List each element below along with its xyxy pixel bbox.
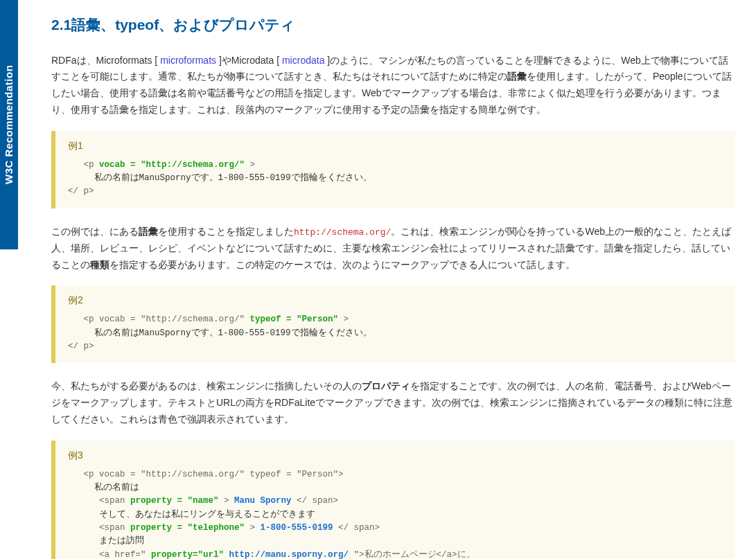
code-data: 1-800-555-0199 xyxy=(261,523,333,533)
example-1: 例1 <p vocab = "http://schema.org/" > 私の名… xyxy=(51,131,735,208)
schema-org-link[interactable]: http://schema.org/ xyxy=(294,227,391,238)
example-title: 例1 xyxy=(68,138,723,154)
example-2: 例2 <p vocab = "http://schema.org/" typeo… xyxy=(51,285,735,363)
text: RDFaは、Microformats [ xyxy=(51,55,160,66)
code-attr: property = "telephone" xyxy=(130,523,245,533)
code: </ span> xyxy=(333,523,380,533)
text: を使用することを指定しました xyxy=(158,226,294,237)
code: > xyxy=(245,523,261,533)
code: <a href=" xyxy=(68,550,151,559)
w3c-side-tab: W3C Recommendation xyxy=(0,0,18,249)
example-3: 例3 <p vocab = "http://schema.org/" typeo… xyxy=(51,441,735,559)
code xyxy=(224,550,229,559)
text: ]やMicrodata [ xyxy=(216,55,282,66)
example-title: 例2 xyxy=(68,292,723,309)
section-heading: 2.1語彙、typeof、およびプロパティ xyxy=(51,12,735,37)
code: <p vocab = "http://schema.org/" xyxy=(68,314,250,324)
code: 私の名前はManuSpornyです。1-800-555-0199で指輪をください… xyxy=(68,173,372,183)
code: > xyxy=(338,314,349,324)
code: または訪問 xyxy=(68,536,144,546)
text: 今、私たちがする必要があるのは、検索エンジンに指摘したいその人の xyxy=(51,380,362,391)
paragraph-3: 今、私たちがする必要があるのは、検索エンジンに指摘したいその人のプロパティを指定… xyxy=(51,378,735,427)
text: を指定する必要があります。この特定のケースでは、次のようにマークアップできる人に… xyxy=(109,259,575,270)
property-term: プロパティ xyxy=(362,380,410,391)
code: <span xyxy=(68,496,130,506)
code: </ p> xyxy=(68,186,94,196)
example-title: 例3 xyxy=(68,447,723,464)
code: ">私のホームページ</a>に。 xyxy=(349,550,475,559)
vocab-term: 語彙 xyxy=(139,226,158,237)
type-term: 種類 xyxy=(90,259,109,270)
code: </ p> xyxy=(68,341,94,351)
code: > xyxy=(245,160,255,170)
vocab-term: 語彙 xyxy=(507,71,527,82)
microformats-link[interactable]: microformats xyxy=(160,55,216,66)
code: 私の名前はManuSpornyです。1-800-555-0199で指輪をください… xyxy=(68,328,372,338)
code: </ span> xyxy=(292,496,339,506)
code: > xyxy=(219,496,235,506)
code-highlight: vocab = "http://schema.org/" xyxy=(99,160,245,170)
code-highlight: typeof = "Person" xyxy=(250,314,339,324)
intro-paragraph: RDFaは、Microformats [ microformats ]やMicr… xyxy=(51,53,735,118)
code: <span xyxy=(68,523,130,533)
code: 私の名前は xyxy=(68,483,139,493)
code: <p xyxy=(68,160,99,170)
code: そして、あなたは私にリングを与えることができます xyxy=(68,510,315,520)
paragraph-2: この例では、にある語彙を使用することを指定しましたhttp://schema.o… xyxy=(51,224,735,274)
code: <p vocab = "http://schema.org/" typeof =… xyxy=(68,470,344,479)
microdata-link[interactable]: microdata xyxy=(282,55,324,66)
code-data: http://manu.sporny.org/ xyxy=(229,550,349,559)
code-block: <p vocab = "http://schema.org/" typeof =… xyxy=(68,313,723,353)
code-block: <p vocab = "http://schema.org/" > 私の名前はM… xyxy=(68,159,723,199)
main-content: 2.1語彙、typeof、およびプロパティ RDFaは、Microformats… xyxy=(30,0,756,559)
code-block: <p vocab = "http://schema.org/" typeof =… xyxy=(68,468,723,559)
code-attr: property = "name" xyxy=(130,496,219,506)
code-data: Manu Sporny xyxy=(234,496,292,506)
code-attr: property="url" xyxy=(151,550,224,559)
text: この例では、にある xyxy=(51,226,139,237)
